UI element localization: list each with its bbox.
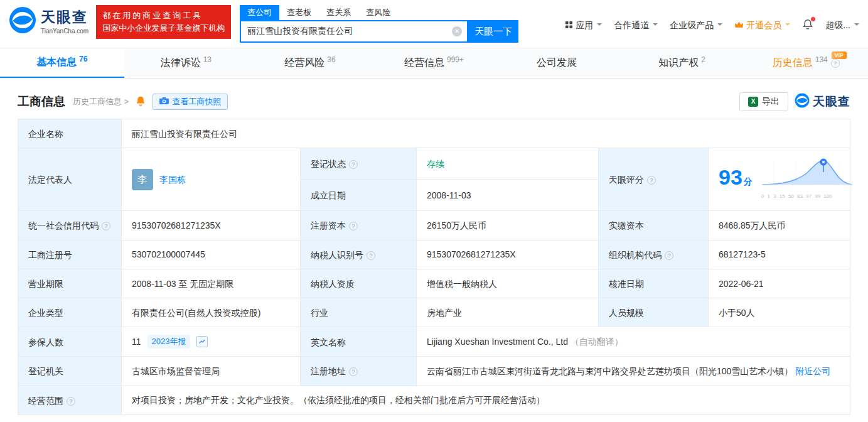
registered-address-label: 注册地址?	[301, 357, 417, 386]
english-name-label: 英文名称	[301, 327, 417, 357]
taxpayer-quality-label: 纳税人资质	[301, 269, 417, 298]
industry-label: 行业	[301, 298, 417, 327]
score-number: 93分	[719, 171, 753, 188]
registered-capital-value: 26150万人民币	[417, 211, 599, 240]
credit-code-label: 统一社会信用代码?	[18, 211, 122, 240]
tab-operation-risk[interactable]: 经营风险36	[248, 48, 372, 78]
org-code-value: 68127123-5	[709, 240, 850, 269]
help-icon[interactable]: ?	[367, 251, 375, 260]
registry-authority-label: 登记机关	[18, 357, 122, 386]
snapshot-button[interactable]: 查看工商快照	[153, 94, 228, 110]
help-icon[interactable]: ?	[647, 176, 656, 185]
auto-translate-note: （自动翻译）	[571, 337, 623, 347]
help-icon[interactable]: ?	[349, 367, 358, 376]
legal-rep-avatar[interactable]: 李	[132, 169, 153, 190]
help-icon[interactable]: ?	[349, 160, 358, 169]
table-row: 企业名称 丽江雪山投资有限责任公司	[18, 119, 850, 148]
help-icon[interactable]: ?	[102, 222, 110, 230]
help-icon[interactable]: ?	[67, 397, 75, 406]
chevron-down-icon	[785, 23, 790, 28]
apps-grid-icon	[565, 21, 573, 31]
tab-intellectual-property[interactable]: 知识产权2	[620, 48, 744, 78]
tianyan-score-label: 天眼评分?	[599, 148, 709, 211]
nav-super[interactable]: 超级...	[825, 20, 859, 31]
search-input[interactable]	[241, 21, 467, 41]
table-row: 工商注册号 530702100007445 纳税人识别号? 9153070268…	[18, 240, 850, 269]
notification-bell-icon[interactable]	[802, 19, 813, 32]
tianyancha-watermark: 天眼查	[795, 93, 850, 111]
annual-report-link[interactable]: 2023年报	[147, 335, 191, 349]
legal-rep-label: 法定代表人	[18, 148, 122, 211]
business-scope-label: 经营范围?	[18, 386, 122, 414]
established-date-label: 成立日期	[301, 180, 417, 211]
business-info-header: 工商信息 历史工商信息 > 查看工商快照 X 导出 天眼查	[18, 92, 850, 111]
credit-code-value: 91530702681271235X	[122, 211, 301, 240]
search-tab-company[interactable]: 查公司	[240, 5, 279, 20]
chevron-down-icon	[653, 23, 658, 28]
crown-icon	[734, 21, 744, 31]
tianyancha-swirl-icon	[9, 6, 36, 36]
tab-basic-info[interactable]: 基本信息76	[0, 48, 124, 78]
insured-count-label: 参保人数	[18, 327, 122, 357]
chevron-down-icon	[854, 23, 859, 28]
industry-value: 房地产业	[417, 298, 599, 327]
score-distribution-chart: 0 1 3 15 50 83 97 99 100	[761, 156, 853, 203]
help-icon[interactable]: ?	[349, 222, 358, 230]
business-term-value: 2008-11-03 至 无固定期限	[122, 269, 301, 298]
nav-apps[interactable]: 应用	[565, 20, 602, 31]
org-code-label: 组织机构代码?	[599, 240, 709, 269]
legal-rep-value: 李 李国栋	[122, 148, 301, 211]
taxpayer-id-value: 91530702681271235X	[417, 240, 599, 269]
notification-dot	[811, 17, 815, 21]
camera-icon	[159, 97, 169, 107]
legal-rep-link[interactable]: 李国栋	[159, 173, 186, 186]
history-business-info-link[interactable]: 历史工商信息 >	[73, 96, 129, 107]
top-header: 天眼查 TianYanCha.com 都在用的商业查询工具 国家中小企业发展子基…	[0, 0, 868, 40]
help-icon[interactable]: ?	[831, 59, 840, 68]
nav-partner-channel[interactable]: 合作通道	[614, 20, 658, 31]
paid-capital-value: 8468.85万人民币	[709, 211, 850, 240]
subscribe-bell-icon[interactable]	[135, 95, 146, 109]
nav-enterprise-products[interactable]: 企业级产品	[670, 20, 722, 31]
table-row: 法定代表人 李 李国栋 登记状态? 存续 天眼评分? 93分	[18, 148, 850, 180]
tianyan-score-value: 93分	[709, 148, 850, 211]
business-term-label: 营业期限	[18, 269, 122, 298]
score-axis-labels: 0 1 3 15 50 83 97 99 100	[761, 190, 853, 203]
search-tab-relation[interactable]: 查关系	[319, 5, 358, 20]
trend-chart-icon[interactable]	[196, 336, 208, 347]
tab-legal-litigation[interactable]: 法律诉讼13	[124, 48, 249, 78]
search-tab-boss[interactable]: 查老板	[279, 5, 319, 20]
search-tab-risk[interactable]: 查风险	[358, 5, 398, 20]
logo-text-cn: 天眼查	[41, 8, 88, 27]
staff-size-label: 人员规模	[599, 298, 709, 327]
search-button[interactable]: 天眼一下	[468, 20, 518, 43]
tianyancha-swirl-icon	[795, 93, 810, 111]
tab-operation-info[interactable]: 经营信息999+	[372, 48, 496, 78]
paid-capital-label: 实缴资本	[599, 211, 709, 240]
business-info-table: 企业名称 丽江雪山投资有限责任公司 法定代表人 李 李国栋 登记状态? 存续 天…	[18, 119, 850, 415]
promo-line-1: 都在用的商业查询工具	[102, 9, 225, 22]
promo-line-2: 国家中小企业发展子基金旗下机构	[102, 22, 225, 35]
company-type-value: 有限责任公司(自然人投资或控股)	[122, 298, 301, 327]
company-type-label: 企业类型	[18, 298, 122, 327]
registration-status-label: 登记状态?	[301, 148, 417, 180]
search-area: 查公司 查老板 查关系 查风险 ✕ 天眼一下	[240, 5, 518, 43]
excel-icon: X	[748, 97, 758, 107]
nav-open-vip[interactable]: 开通会员	[734, 20, 790, 31]
established-date-value: 2008-11-03	[417, 180, 599, 211]
top-nav: 应用 合作通道 企业级产品 开通会员 超级...	[565, 19, 859, 32]
approval-date-value: 2022-06-21	[709, 269, 850, 298]
registration-status-value: 存续	[417, 148, 599, 180]
help-icon[interactable]: ?	[665, 251, 673, 260]
english-name-value: Lijiang Xueshan Investment Co., Ltd （自动翻…	[417, 327, 850, 357]
tianyancha-logo[interactable]: 天眼查 TianYanCha.com	[9, 6, 88, 36]
export-button[interactable]: X 导出	[739, 92, 788, 111]
table-row: 登记机关 古城区市场监督管理局 注册地址? 云南省丽江市古城区束河街道青龙北路与…	[18, 357, 850, 386]
table-row: 经营范围? 对项目投资；房地产开发；文化产业投资。（依法须经批准的项目，经相关部…	[18, 386, 850, 414]
company-name-label: 企业名称	[18, 119, 122, 148]
business-scope-value: 对项目投资；房地产开发；文化产业投资。（依法须经批准的项目，经相关部门批准后方可…	[122, 386, 850, 414]
tab-company-development[interactable]: 公司发展	[496, 48, 620, 78]
registration-number-label: 工商注册号	[18, 240, 122, 269]
nearby-companies-link[interactable]: 附近公司	[795, 366, 830, 376]
tab-history-info[interactable]: VIP 历史信息134 ?	[744, 48, 868, 78]
